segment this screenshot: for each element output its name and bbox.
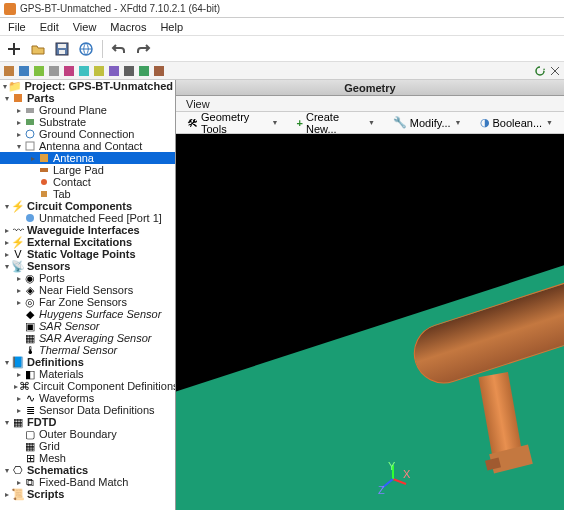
sar-icon: ▣ bbox=[24, 320, 36, 332]
ccd-icon: ⌘ bbox=[19, 380, 30, 392]
svg-rect-17 bbox=[26, 119, 34, 125]
tree-waveguide[interactable]: ▸〰Waveguide Interfaces bbox=[0, 224, 175, 236]
modify-button[interactable]: 🔧Modify...▼ bbox=[386, 114, 469, 131]
tree-fdtd[interactable]: ▾▦FDTD bbox=[0, 416, 175, 428]
tabicon-8[interactable] bbox=[107, 64, 121, 78]
project-tree[interactable]: ▾📁Project: GPS-BT-Unmatched ▾Parts ▸Grou… bbox=[0, 80, 176, 510]
menu-edit[interactable]: Edit bbox=[34, 20, 65, 34]
tabicon-3[interactable] bbox=[32, 64, 46, 78]
tree-materials[interactable]: ▸◧Materials bbox=[0, 368, 175, 380]
tree-ccd[interactable]: ▸⌘Circuit Component Definitions bbox=[0, 380, 175, 392]
tree-mesh[interactable]: ⊞Mesh bbox=[0, 452, 175, 464]
tree-project[interactable]: ▾📁Project: GPS-BT-Unmatched bbox=[0, 80, 175, 92]
menu-help[interactable]: Help bbox=[154, 20, 189, 34]
bolt-icon: ⚡ bbox=[12, 236, 24, 248]
tree-ports[interactable]: ▸◉Ports bbox=[0, 272, 175, 284]
tree-grid[interactable]: ▦Grid bbox=[0, 440, 175, 452]
boolean-button[interactable]: ◑Boolean...▼ bbox=[473, 114, 560, 131]
tree-outer-boundary[interactable]: ▢Outer Boundary bbox=[0, 428, 175, 440]
tree-tab[interactable]: Tab bbox=[0, 188, 175, 200]
tabicon-10[interactable] bbox=[137, 64, 151, 78]
menu-file[interactable]: File bbox=[2, 20, 32, 34]
project-icon: 📁 bbox=[9, 80, 21, 92]
tree-waveforms[interactable]: ▸∿Waveforms bbox=[0, 392, 175, 404]
tree-antenna-contact[interactable]: ▾Antenna and Contact bbox=[0, 140, 175, 152]
pad-icon bbox=[38, 164, 50, 176]
svg-rect-6 bbox=[34, 66, 44, 76]
open-button[interactable] bbox=[27, 38, 49, 60]
tabicon-11[interactable] bbox=[152, 64, 166, 78]
simulate-button[interactable] bbox=[75, 38, 97, 60]
tabicon-6[interactable] bbox=[77, 64, 91, 78]
tabicon-5[interactable] bbox=[62, 64, 76, 78]
tabicon-1[interactable] bbox=[2, 64, 16, 78]
axis-x-label: X bbox=[403, 468, 410, 480]
disk-icon bbox=[54, 41, 70, 57]
tree-far-zone[interactable]: ▸◎Far Zone Sensors bbox=[0, 296, 175, 308]
tree-external-excitations[interactable]: ▸⚡External Excitations bbox=[0, 236, 175, 248]
redo-button[interactable] bbox=[132, 38, 154, 60]
svg-rect-10 bbox=[94, 66, 104, 76]
geometry-title: Geometry bbox=[176, 80, 564, 96]
svg-point-18 bbox=[26, 130, 34, 138]
tree-contact[interactable]: Contact bbox=[0, 176, 175, 188]
save-button[interactable] bbox=[51, 38, 73, 60]
contact-icon bbox=[38, 176, 50, 188]
port-icon bbox=[24, 212, 36, 224]
menu-macros[interactable]: Macros bbox=[104, 20, 152, 34]
boolean-icon: ◑ bbox=[480, 116, 490, 129]
chevron-down-icon: ▼ bbox=[368, 119, 375, 126]
tree-unmatched-feed[interactable]: Unmatched Feed [Port 1] bbox=[0, 212, 175, 224]
tree-ground-connection[interactable]: ▸Ground Connection bbox=[0, 128, 175, 140]
tabicon-7[interactable] bbox=[92, 64, 106, 78]
ports-icon: ◉ bbox=[24, 272, 36, 284]
toolbar-separator bbox=[102, 40, 103, 58]
tabicon-4[interactable] bbox=[47, 64, 61, 78]
tree-bbm[interactable]: ▸⧉Fixed-Band Match bbox=[0, 476, 175, 488]
tree-thermal[interactable]: 🌡Thermal Sensor bbox=[0, 344, 175, 356]
tree-ground-plane[interactable]: ▸Ground Plane bbox=[0, 104, 175, 116]
titlebar: GPS-BT-Unmatched - XFdtd 7.10.2.1 (64-bi… bbox=[0, 0, 564, 18]
folder-icon bbox=[30, 41, 46, 57]
tree-large-pad[interactable]: Large Pad bbox=[0, 164, 175, 176]
close-panel-button[interactable] bbox=[548, 64, 562, 78]
tree-sar[interactable]: ▣SAR Sensor bbox=[0, 320, 175, 332]
tabicon-2[interactable] bbox=[17, 64, 31, 78]
tree-sdd[interactable]: ▸≣Sensor Data Definitions bbox=[0, 404, 175, 416]
tree-definitions[interactable]: ▾📘Definitions bbox=[0, 356, 175, 368]
new-button[interactable] bbox=[3, 38, 25, 60]
tree-parts[interactable]: ▾Parts bbox=[0, 92, 175, 104]
menu-view[interactable]: View bbox=[67, 20, 103, 34]
close-icon bbox=[550, 66, 560, 76]
tree-near-field[interactable]: ▸◈Near Field Sensors bbox=[0, 284, 175, 296]
refresh-button[interactable] bbox=[533, 64, 547, 78]
tree-scripts[interactable]: ▸📜Scripts bbox=[0, 488, 175, 500]
viewport-3d[interactable]: X Y Z bbox=[176, 134, 564, 510]
near-icon: ◈ bbox=[24, 284, 36, 296]
circuit-icon: ⚡ bbox=[12, 200, 24, 212]
sdd-icon: ≣ bbox=[24, 404, 36, 416]
tabicon-9[interactable] bbox=[122, 64, 136, 78]
thermal-icon: 🌡 bbox=[24, 344, 36, 356]
svg-rect-16 bbox=[26, 108, 34, 113]
wf-icon: ∿ bbox=[24, 392, 36, 404]
sar-avg-icon: ▦ bbox=[24, 332, 36, 344]
globe-icon bbox=[78, 41, 94, 57]
tree-sar-avg[interactable]: ▦SAR Averaging Sensor bbox=[0, 332, 175, 344]
tree-static-voltage[interactable]: ▸VStatic Voltage Points bbox=[0, 248, 175, 260]
undo-button[interactable] bbox=[108, 38, 130, 60]
boundary-icon: ▢ bbox=[24, 428, 36, 440]
svg-rect-9 bbox=[79, 66, 89, 76]
svg-rect-7 bbox=[49, 66, 59, 76]
tree-schematics[interactable]: ▾⎔Schematics bbox=[0, 464, 175, 476]
tree-substrate[interactable]: ▸Substrate bbox=[0, 116, 175, 128]
create-new-button[interactable]: +Create New...▼ bbox=[290, 109, 382, 137]
geometry-panel: Geometry View 🛠Geometry Tools▼ +Create N… bbox=[176, 80, 564, 510]
tree-huygens[interactable]: ◆Huygens Surface Sensor bbox=[0, 308, 175, 320]
tree-sensors[interactable]: ▾📡Sensors bbox=[0, 260, 175, 272]
tree-antenna[interactable]: ▸Antenna bbox=[0, 152, 175, 164]
svg-rect-5 bbox=[19, 66, 29, 76]
tree-circuit-components[interactable]: ▾⚡Circuit Components bbox=[0, 200, 175, 212]
geometry-tools-button[interactable]: 🛠Geometry Tools▼ bbox=[180, 109, 286, 137]
svg-rect-4 bbox=[4, 66, 14, 76]
